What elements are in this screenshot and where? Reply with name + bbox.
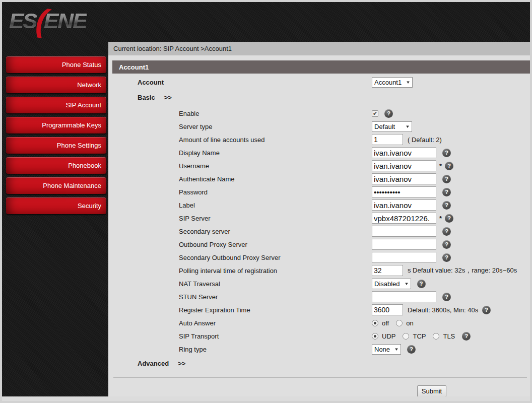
- line-accounts-input[interactable]: [372, 134, 403, 145]
- sidebar-item-phone-maintenance[interactable]: Phone Maintenance: [6, 177, 106, 194]
- radio-label: TCP: [413, 332, 426, 340]
- field-row-line-accounts: Amount of line accounts used ( Default: …: [108, 133, 530, 146]
- sidebar-item-programmable-keys[interactable]: Programmable Keys: [6, 117, 106, 133]
- field-label: Password: [108, 188, 372, 196]
- sidebar-item-sip-account[interactable]: SIP Account: [6, 97, 106, 113]
- chevron-down-icon: ▼: [404, 282, 409, 286]
- radio-label: TLS: [443, 332, 455, 340]
- stun-server-input[interactable]: [372, 291, 436, 302]
- sidebar-item-phone-settings[interactable]: Phone Settings: [6, 137, 106, 154]
- required-asterisk: *: [439, 162, 442, 170]
- field-row-secondary-server: Secondary server ?: [108, 225, 530, 238]
- sidebar: Phone Status Network SIP Account Program…: [2, 2, 108, 396]
- help-icon[interactable]: ?: [442, 175, 451, 183]
- sidebar-item-network[interactable]: Network: [6, 77, 106, 93]
- advanced-label: Advanced: [138, 360, 169, 367]
- password-input[interactable]: [372, 186, 436, 197]
- sip-server-input[interactable]: [372, 213, 436, 224]
- enable-checkbox[interactable]: ✔: [372, 110, 378, 117]
- help-icon[interactable]: ?: [482, 306, 491, 314]
- field-row-account: Account Account1 ▼: [108, 75, 530, 90]
- help-icon[interactable]: ?: [442, 188, 451, 196]
- account-select[interactable]: Account1 ▼: [372, 77, 413, 88]
- main-content: Current location: SIP Account >Account1 …: [108, 42, 530, 396]
- page-frame: ES ( ENE Phone Status Network SIP Accoun…: [0, 0, 532, 403]
- help-icon[interactable]: ?: [442, 293, 451, 301]
- label-input[interactable]: [372, 199, 436, 211]
- account-select-value: Account1: [374, 79, 402, 86]
- sidebar-nav: Phone Status Network SIP Account Program…: [6, 56, 106, 214]
- sip-transport-udp-radio[interactable]: [372, 333, 378, 340]
- help-icon[interactable]: ?: [442, 201, 451, 210]
- nat-traversal-select[interactable]: Disabled ▼: [372, 279, 411, 289]
- help-icon[interactable]: ?: [417, 280, 426, 288]
- help-icon[interactable]: ?: [442, 227, 451, 236]
- help-icon[interactable]: ?: [462, 332, 471, 341]
- field-label: Secondary Outbound Proxy Server: [108, 254, 372, 261]
- field-label: STUN Server: [108, 293, 372, 301]
- polling-interval-input[interactable]: [372, 265, 403, 276]
- basic-section-row: Basic>>: [108, 90, 530, 105]
- field-note: ( Default: 2): [408, 136, 442, 144]
- field-label: Label: [108, 202, 372, 209]
- radio-label: on: [406, 319, 413, 327]
- radio-label: UDP: [382, 332, 395, 340]
- help-icon[interactable]: ?: [384, 109, 393, 118]
- help-icon[interactable]: ?: [442, 253, 451, 262]
- basic-expand-toggle[interactable]: >>: [164, 94, 172, 101]
- ring-type-select[interactable]: None ▼: [372, 344, 401, 355]
- sip-transport-tcp-radio[interactable]: [403, 333, 409, 340]
- ring-type-value: None: [374, 346, 390, 353]
- authenticate-name-input[interactable]: [372, 173, 436, 184]
- field-label: Polling interval time of registration: [108, 267, 372, 275]
- help-icon[interactable]: ?: [442, 149, 451, 157]
- field-label: Authenticate Name: [108, 175, 372, 183]
- display-name-input[interactable]: [372, 147, 436, 158]
- help-icon[interactable]: ?: [407, 345, 416, 354]
- field-label: Auto Answer: [108, 319, 372, 327]
- radio-label: off: [382, 319, 389, 327]
- submit-button[interactable]: Submit: [417, 385, 446, 396]
- field-label: Secondary server: [108, 228, 372, 235]
- sidebar-item-phonebook[interactable]: Phonebook: [6, 157, 106, 174]
- required-asterisk: *: [439, 215, 442, 222]
- field-label: Register Expiration Time: [108, 306, 372, 314]
- field-row-polling-interval: Polling interval time of registration s …: [108, 264, 530, 277]
- register-expiration-input[interactable]: [372, 304, 403, 315]
- secondary-outbound-proxy-input[interactable]: [372, 252, 436, 263]
- basic-label: Basic: [138, 94, 155, 101]
- auto-answer-on-radio[interactable]: [396, 320, 403, 326]
- sidebar-item-phone-status[interactable]: Phone Status: [6, 56, 106, 73]
- field-row-nat-traversal: NAT Traversal Disabled ▼ ?: [108, 277, 530, 290]
- auto-answer-off-radio[interactable]: [372, 320, 378, 326]
- field-row-sip-server: SIP Server * ?: [108, 212, 530, 225]
- submit-area: Submit: [108, 385, 530, 396]
- secondary-server-input[interactable]: [372, 226, 436, 237]
- server-type-select[interactable]: Default ▼: [372, 121, 412, 132]
- sidebar-item-label: SIP Account: [65, 101, 101, 109]
- field-row-username: Username * ?: [108, 159, 530, 172]
- help-icon[interactable]: ?: [445, 214, 453, 223]
- help-icon[interactable]: ?: [445, 162, 453, 170]
- bottom-strip: [2, 396, 530, 401]
- field-row-register-expiration: Register Expiration Time Default: 3600s,…: [108, 303, 530, 316]
- field-row-sip-transport: SIP Transport UDP TCP TLS ?: [108, 329, 530, 343]
- basic-section-label: Basic>>: [108, 94, 372, 101]
- page-background: ES ( ENE Phone Status Network SIP Accoun…: [2, 2, 530, 401]
- advanced-section-label: Advanced>>: [108, 360, 372, 367]
- advanced-expand-toggle[interactable]: >>: [178, 360, 185, 367]
- nat-traversal-value: Disabled: [374, 280, 400, 288]
- chevron-down-icon: ▼: [406, 80, 411, 85]
- field-row-enable: Enable ✔ ?: [108, 107, 530, 120]
- sip-transport-tls-radio[interactable]: [433, 333, 439, 340]
- username-input[interactable]: [372, 160, 436, 171]
- sidebar-item-security[interactable]: Security: [6, 197, 106, 214]
- field-label: Ring type: [108, 346, 372, 353]
- field-row-display-name: Display Name ?: [108, 146, 530, 159]
- check-icon: ✔: [373, 110, 377, 116]
- field-row-stun-server: STUN Server ?: [108, 290, 530, 303]
- help-icon[interactable]: ?: [442, 240, 451, 249]
- outbound-proxy-input[interactable]: [372, 239, 436, 250]
- breadcrumb: Current location: SIP Account >Account1: [108, 42, 530, 55]
- sidebar-item-label: Phone Status: [62, 61, 101, 69]
